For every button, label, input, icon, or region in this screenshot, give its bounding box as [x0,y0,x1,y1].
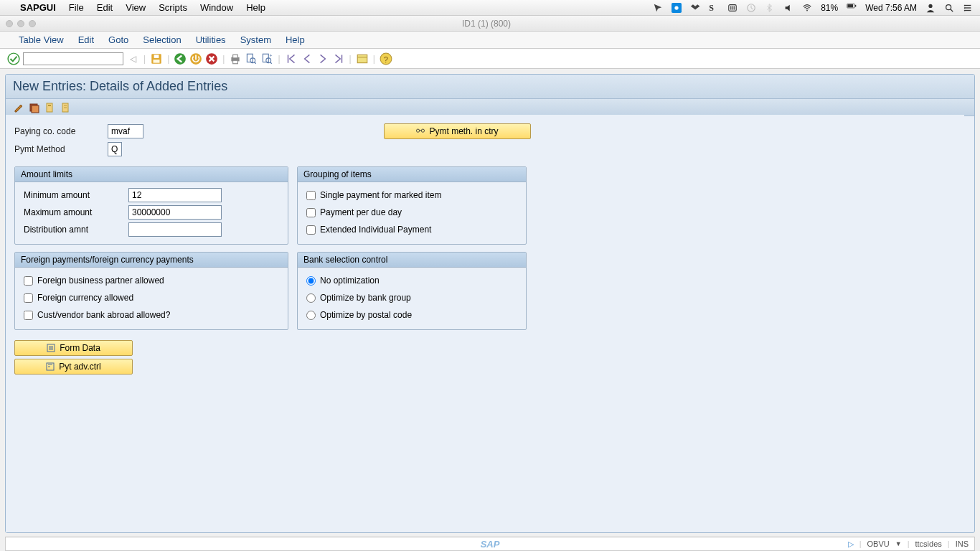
back-green-icon[interactable] [174,52,187,65]
svg-rect-24 [154,60,160,63]
print-icon[interactable] [229,52,242,65]
mac-menu-file[interactable]: File [69,2,84,13]
clock[interactable]: Wed 7:56 AM [865,3,917,13]
help-icon[interactable]: ? [380,52,392,65]
status-more-icon[interactable]: ▷ [848,540,854,549]
sap-menu-utilities[interactable]: Utilities [196,34,226,45]
form-data-button[interactable]: Form Data [14,340,133,356]
mac-menubar: SAPGUI File Edit View Scripts Window Hel… [0,0,980,16]
notifications-icon[interactable] [963,3,973,13]
svg-point-13 [946,4,951,9]
no-optimization-label: No optimization [320,276,380,286]
dropbox-icon[interactable] [690,3,700,13]
nextpage-icon[interactable] [316,52,329,65]
svg-text:?: ? [383,55,387,63]
volume-icon[interactable] [783,3,793,13]
no-optimization-radio[interactable] [306,276,316,286]
timemachine-icon[interactable] [746,3,756,13]
pymt-method-field[interactable] [108,142,122,156]
cust-vendor-abroad-checkbox[interactable] [24,311,33,320]
save-icon[interactable] [150,52,163,65]
foreign-currency-label: Foreign currency allowed [37,293,133,303]
back-icon[interactable]: ◁ [126,52,139,65]
min-amount-label: Minimum amount [24,190,124,200]
paying-co-code-label: Paying co. code [14,126,108,136]
prevpage-icon[interactable] [301,52,314,65]
extended-payment-checkbox[interactable] [306,225,316,235]
exit-icon[interactable] [189,52,202,65]
battery-icon[interactable] [847,3,857,13]
max-traffic[interactable] [29,20,36,27]
optimize-bank-group-label: Optimize by bank group [320,293,411,303]
spotlight-icon[interactable] [944,3,954,13]
dist-amnt-field[interactable] [128,222,222,237]
sap-menu-tableview[interactable]: Table View [19,34,64,45]
find-icon[interactable] [245,52,258,65]
pymt-meth-in-ctry-button[interactable]: Pymt meth. in ctry [384,123,531,139]
foreign-partner-checkbox[interactable] [24,276,33,286]
sap-logo: SAP [481,539,500,550]
svg-point-25 [174,53,186,65]
optimize-postal-radio[interactable] [306,311,316,320]
findnext-icon[interactable]: + [260,52,273,65]
sap-menu-goto[interactable]: Goto [108,34,128,45]
close-traffic[interactable] [6,20,13,27]
payment-per-due-checkbox[interactable] [306,208,316,217]
other-entry-icon[interactable] [29,102,40,113]
mac-menu-window[interactable]: Window [200,2,233,13]
bluetooth-icon[interactable] [765,3,775,13]
window-title: ID1 (1) (800) [36,19,937,29]
lastpage-icon[interactable] [332,52,345,65]
sap-menu-selection[interactable]: Selection [143,34,181,45]
sap-menu-help[interactable]: Help [286,34,305,45]
svg-point-20 [964,9,966,11]
extended-payment-label: Extended Individual Payment [320,225,431,235]
barcode-icon[interactable] [727,3,738,13]
teamviewer-icon[interactable] [672,3,682,13]
s-icon[interactable]: S [709,3,719,13]
single-payment-label: Single payment for marked item [320,190,441,200]
status-transaction: OBVU [867,540,890,548]
pyt-adv-ctrl-label: Pyt adv.ctrl [59,362,100,372]
mac-menu-scripts[interactable]: Scripts [159,2,187,13]
cancel-icon[interactable] [205,52,218,65]
payment-per-due-label: Payment per due day [320,207,402,217]
max-amount-field[interactable] [128,205,222,220]
status-dropdown-icon[interactable]: ▼ [895,540,902,547]
paying-co-code-field[interactable] [108,124,143,138]
variable-list-icon[interactable] [60,102,72,113]
user-icon[interactable] [925,3,936,13]
mac-menu-view[interactable]: View [126,2,146,13]
bank-sel-title: Bank selection control [298,253,526,268]
change-icon[interactable] [13,102,24,113]
wifi-icon[interactable] [802,3,812,13]
foreign-currency-checkbox[interactable] [24,293,33,303]
svg-rect-38 [357,55,367,62]
form-icon [47,344,55,352]
enter-icon[interactable] [7,52,20,65]
svg-line-33 [255,62,256,63]
foreign-payments-group: Foreign payments/foreign currency paymen… [14,252,288,330]
svg-point-50 [422,129,425,132]
svg-point-49 [417,129,420,132]
sap-menu-edit[interactable]: Edit [78,34,94,45]
command-field[interactable] [23,52,123,65]
app-name[interactable]: SAPGUI [20,2,56,13]
mac-menu-edit[interactable]: Edit [97,2,113,13]
location-icon[interactable] [653,3,663,13]
min-traffic[interactable] [17,20,24,27]
optimize-bank-group-radio[interactable] [306,293,316,303]
pyt-adv-ctrl-button[interactable]: Pyt adv.ctrl [14,359,133,375]
svg-rect-11 [855,4,856,6]
min-amount-field[interactable] [128,188,222,202]
svg-point-19 [964,7,966,9]
delimit-icon[interactable] [44,102,56,113]
single-payment-checkbox[interactable] [306,191,316,200]
svg-point-1 [675,6,679,9]
window-titlebar: ID1 (1) (800) [0,16,980,32]
sap-menu-system[interactable]: System [240,34,271,45]
firstpage-icon[interactable] [285,52,298,65]
mac-menu-help[interactable]: Help [246,2,265,13]
newsession-icon[interactable] [356,52,369,65]
svg-point-8 [806,9,808,11]
